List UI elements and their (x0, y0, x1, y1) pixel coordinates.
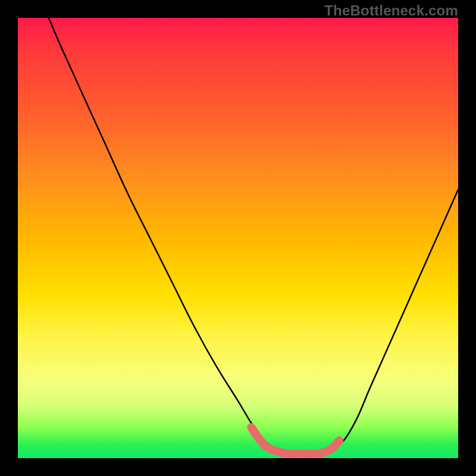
chart-frame: TheBottleneck.com (0, 0, 476, 476)
plot-area (18, 18, 458, 458)
curve-group (49, 18, 458, 454)
bottleneck-curve (49, 18, 458, 454)
chart-svg (18, 18, 458, 458)
watermark-text: TheBottleneck.com (324, 2, 458, 19)
highlight-segment (251, 427, 339, 454)
